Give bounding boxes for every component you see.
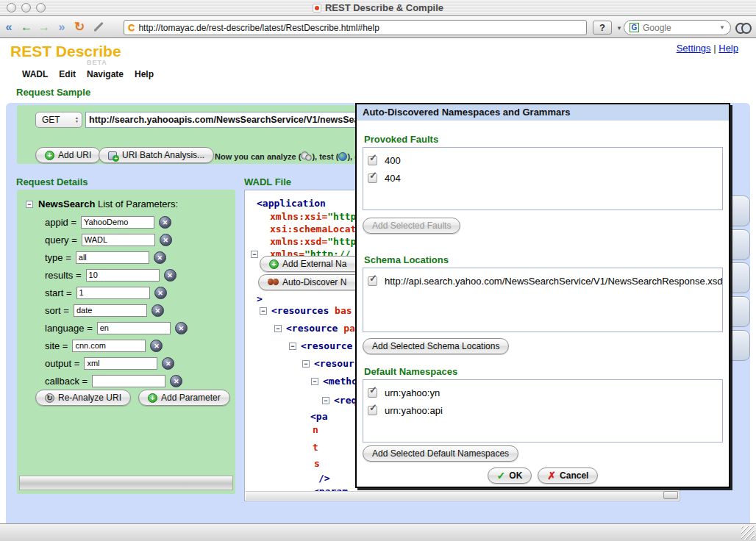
window-minimize-button[interactable] xyxy=(21,3,31,12)
browser-toolbar: « ← → » ↻ C ? ▼ G ▼ xyxy=(0,16,756,38)
delete-param-icon[interactable]: ✕ xyxy=(162,357,174,370)
namespace-row: ✓ urn:yahoo:api xyxy=(368,401,718,419)
provoked-faults-heading: Provoked Faults xyxy=(364,134,438,145)
cancel-x-icon: ✗ xyxy=(547,470,556,481)
method-select[interactable]: GET ▲▼ xyxy=(35,112,82,128)
horizontal-scrollbar[interactable] xyxy=(19,476,233,490)
browser-window: REST Describe & Compile « ← → » ↻ C ? ▼ … xyxy=(0,0,756,541)
code-attr-fragment: s xyxy=(314,458,320,469)
url-input[interactable] xyxy=(138,23,582,33)
app-menubar: WADL Edit Navigate Help xyxy=(22,69,154,79)
google-logo-icon: G xyxy=(630,23,639,32)
menu-wadl[interactable]: WADL xyxy=(22,69,48,79)
collapse-icon[interactable]: − xyxy=(302,360,310,368)
collapse-icon[interactable]: − xyxy=(311,378,318,385)
param-appid-input[interactable] xyxy=(81,216,154,229)
search-input[interactable] xyxy=(643,23,716,33)
binoculars-icon xyxy=(268,279,279,286)
param-start-input[interactable] xyxy=(76,287,150,299)
code-resource-line: <resourc xyxy=(314,358,360,369)
collapse-icon[interactable]: − xyxy=(251,251,258,258)
collapse-icon[interactable]: − xyxy=(274,325,282,332)
param-row-appid: appid = ✕ xyxy=(45,213,188,231)
help-button[interactable]: ? xyxy=(593,21,612,35)
param-row-callback: callback = ✕ xyxy=(45,372,188,390)
help-link[interactable]: Help xyxy=(718,43,738,54)
settings-link[interactable]: Settings xyxy=(677,43,711,54)
collapse-icon[interactable]: − xyxy=(26,201,33,208)
reanalyze-icon: ↻ xyxy=(45,393,54,403)
gears-icon xyxy=(301,151,312,161)
request-sample-heading: Request Sample xyxy=(16,87,90,98)
delete-param-icon[interactable]: ✕ xyxy=(159,216,171,229)
back-history-icon[interactable]: « xyxy=(0,20,18,35)
param-callback-input[interactable] xyxy=(92,375,165,387)
collapse-icon[interactable]: − xyxy=(260,307,267,315)
window-zoom-button[interactable] xyxy=(36,3,46,12)
code-application-tag: <application xyxy=(257,198,326,209)
horizontal-scrollbar[interactable] xyxy=(246,491,679,500)
uri-batch-analysis-button[interactable]: URI Batch Analysis... xyxy=(99,147,214,163)
code-param-line: <pa xyxy=(310,411,327,422)
delete-param-icon[interactable]: ✕ xyxy=(175,322,188,334)
checkbox-checked-icon[interactable]: ✓ xyxy=(368,173,377,183)
add-selected-default-namespaces-button[interactable]: Add Selected Default Namespaces xyxy=(363,445,518,462)
search-box[interactable]: G ▼ xyxy=(624,20,731,35)
resize-grip[interactable] xyxy=(741,526,755,540)
code-attr-fragment: t xyxy=(313,442,318,453)
batch-analysis-icon xyxy=(108,151,118,160)
menu-navigate[interactable]: Navigate xyxy=(87,69,124,79)
reload-icon[interactable]: ↻ xyxy=(71,20,88,35)
menu-help[interactable]: Help xyxy=(135,69,154,79)
delete-param-icon[interactable]: ✕ xyxy=(170,375,182,387)
window-title: REST Describe & Compile xyxy=(313,2,443,13)
status-bar xyxy=(0,523,756,541)
help-dropdown-icon[interactable]: ▼ xyxy=(616,25,622,32)
delete-param-icon[interactable]: ✕ xyxy=(150,340,163,352)
menu-edit[interactable]: Edit xyxy=(59,69,76,79)
param-row-sort: sort = ✕ xyxy=(45,301,188,319)
add-selected-schema-locations-button[interactable]: Add Selected Schema Locations xyxy=(363,338,509,354)
window-close-button[interactable] xyxy=(7,3,16,12)
forward-history-icon[interactable]: » xyxy=(53,20,71,35)
stop-pencil-icon[interactable] xyxy=(93,22,103,32)
param-sort-input[interactable] xyxy=(74,304,147,317)
back-icon[interactable]: ← xyxy=(18,20,35,35)
delete-param-icon[interactable]: ✕ xyxy=(160,234,172,246)
scrollbar-button[interactable] xyxy=(663,491,678,499)
param-type-input[interactable] xyxy=(76,251,149,264)
param-results-input[interactable] xyxy=(86,269,160,282)
request-details-panel: − NewsSearch List of Parameters: appid =… xyxy=(17,190,235,494)
schema-row: ✓ http://api.search.yahoo.com/NewsSearch… xyxy=(368,272,718,290)
search-engine-dropdown-icon[interactable]: ▼ xyxy=(719,24,725,31)
checkbox-checked-icon[interactable]: ✓ xyxy=(368,388,377,398)
checkbox-checked-icon[interactable]: ✓ xyxy=(368,156,377,165)
address-bar[interactable]: C xyxy=(124,20,587,35)
collapse-icon[interactable]: − xyxy=(322,397,329,404)
delete-param-icon[interactable]: ✕ xyxy=(151,304,164,317)
param-query-input[interactable] xyxy=(82,234,155,246)
top-links: Settings | Help xyxy=(677,43,738,54)
cancel-button[interactable]: ✗ Cancel xyxy=(538,467,598,484)
reanalyze-uri-button[interactable]: ↻ Re-Analyze URI xyxy=(35,390,131,406)
ok-button[interactable]: ✓ OK xyxy=(488,467,532,484)
app-title: REST Describe xyxy=(10,43,121,60)
binoculars-find-icon[interactable] xyxy=(735,23,753,32)
delete-param-icon[interactable]: ✕ xyxy=(154,251,166,264)
delete-param-icon[interactable]: ✕ xyxy=(154,287,167,299)
param-row-start: start = ✕ xyxy=(45,284,188,301)
checkbox-checked-icon[interactable]: ✓ xyxy=(368,406,377,415)
delete-param-icon[interactable]: ✕ xyxy=(164,269,176,282)
param-row-site: site = ✕ xyxy=(45,337,188,354)
param-site-input[interactable] xyxy=(72,340,146,352)
add-selected-faults-button[interactable]: Add Selected Faults xyxy=(363,218,460,234)
add-uri-button[interactable]: + Add URI xyxy=(35,147,101,163)
param-output-input[interactable] xyxy=(84,357,157,370)
add-parameter-button[interactable]: + Add Parameter xyxy=(138,390,230,406)
window-titlebar: REST Describe & Compile xyxy=(0,0,756,16)
collapse-icon[interactable]: − xyxy=(289,343,296,350)
param-language-input[interactable] xyxy=(97,322,171,334)
wadl-file-heading: WADL File xyxy=(244,176,291,187)
checkbox-checked-icon[interactable]: ✓ xyxy=(368,276,377,286)
forward-icon[interactable]: → xyxy=(35,20,53,35)
